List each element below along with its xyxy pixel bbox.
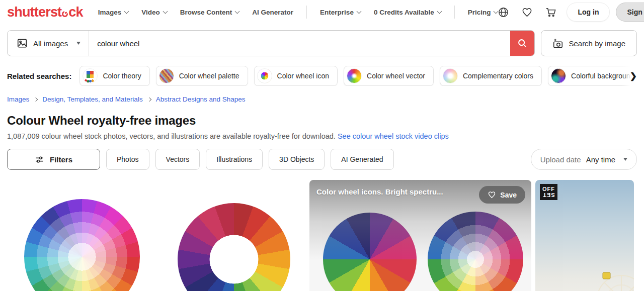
color-wheel-image (24, 199, 140, 291)
filter-chip-3d-objects[interactable]: 3D Objects (269, 149, 325, 170)
nav-item-images[interactable]: Images (98, 9, 129, 16)
color-wheel-donut-image (178, 203, 290, 291)
search-results-grid: Color wheel icons. Bright spectru... Sav… (7, 180, 637, 291)
related-chip-color-wheel-vector[interactable]: Color wheel vector (344, 66, 434, 86)
auth-buttons: Log in Sign up (567, 3, 644, 22)
chip-thumbnail (443, 68, 458, 83)
nav-item-label: Pricing (468, 9, 491, 16)
breadcrumb-abstract-designs[interactable]: Abstract Designs and Shapes (156, 95, 246, 103)
search-scope-label: All images (33, 39, 68, 48)
caret-down-icon (76, 42, 80, 45)
related-chip-color-theory[interactable]: Color theory (79, 66, 149, 86)
upload-date-dropdown[interactable]: Upload date Any time (531, 149, 637, 170)
nav-item-label: AI Generator (252, 9, 293, 16)
video-clips-link[interactable]: See colour wheel stock video clips (338, 132, 449, 140)
search-icon (517, 38, 528, 49)
results-count-text: 1,087,009 colour wheel stock photos, vec… (7, 132, 336, 140)
shutterstock-search-page: shutterstck Images Video Browse Content … (0, 0, 644, 291)
save-button-label: Save (500, 191, 517, 199)
filters-button[interactable]: Filters (7, 149, 100, 170)
save-button[interactable]: Save (479, 186, 525, 204)
chip-label: Complementary colors (463, 72, 533, 80)
hover-image-title: Color wheel icons. Bright spectru... (316, 187, 443, 196)
chevron-down-icon (437, 9, 442, 14)
offset-badge-top: OFF (542, 186, 555, 192)
breadcrumb-design-templates[interactable]: Design, Templates, and Materials (42, 95, 142, 103)
related-searches-row: Related searches: Color theory Color whe… (7, 66, 644, 86)
search-by-image-label: Search by image (569, 39, 625, 48)
result-image-color-wheel-donut[interactable] (152, 180, 305, 291)
upload-date-label: Upload date (540, 155, 581, 164)
nav-item-label: Browse Content (180, 9, 232, 16)
signup-button[interactable]: Sign up (616, 3, 644, 22)
chip-thumbnail (159, 68, 174, 83)
chevron-right-icon (147, 98, 151, 102)
nav-item-browse-content[interactable]: Browse Content (180, 9, 239, 16)
chip-thumbnail (257, 68, 272, 83)
top-navigation: shutterstck Images Video Browse Content … (0, 0, 644, 24)
chip-label: Color wheel vector (367, 72, 425, 80)
nav-divider (454, 6, 455, 19)
filter-chip-illustrations[interactable]: Illustrations (206, 149, 263, 170)
nav-item-label: 0 Credits Available (374, 9, 434, 16)
breadcrumb-images[interactable]: Images (7, 95, 29, 103)
chip-thumbnail (83, 68, 98, 83)
chevron-down-icon (235, 9, 240, 14)
nav-item-label: Images (98, 9, 122, 16)
chip-thumbnail (347, 68, 362, 83)
nav-item-ai-generator[interactable]: AI Generator (252, 9, 293, 16)
search-box: All images (7, 30, 535, 56)
chevron-down-icon (163, 9, 168, 14)
globe-icon[interactable] (498, 7, 509, 18)
chevron-right-icon (34, 98, 38, 102)
search-scope-selector[interactable]: All images (8, 31, 89, 56)
heart-icon[interactable] (521, 7, 533, 18)
cart-icon[interactable] (545, 7, 556, 18)
related-chip-complementary-colors[interactable]: Complementary colors (440, 66, 542, 86)
nav-item-video[interactable]: Video (141, 9, 167, 16)
search-row: All images Search by image (7, 30, 637, 56)
nav-icon-group (498, 7, 556, 18)
caret-down-icon (623, 158, 627, 161)
nav-menu: Images Video Browse Content AI Generator… (98, 6, 498, 19)
nav-item-pricing[interactable]: Pricing (468, 9, 498, 16)
logo-text-right: ck (68, 5, 83, 20)
shutterstock-logo[interactable]: shutterstck (7, 5, 83, 20)
search-button[interactable] (510, 31, 534, 56)
nav-item-credits[interactable]: 0 Credits Available (374, 9, 441, 16)
related-scroll-next-button[interactable]: ❯ (622, 66, 644, 86)
search-input[interactable] (89, 31, 510, 56)
filter-chip-photos[interactable]: Photos (106, 149, 149, 170)
chip-thumbnail (551, 68, 566, 83)
related-searches-label: Related searches: (7, 72, 71, 80)
login-button[interactable]: Log in (567, 3, 610, 22)
nav-item-label: Enterprise (320, 9, 354, 16)
chip-label: Color wheel palette (179, 72, 239, 80)
search-by-image-button[interactable]: Search by image (541, 30, 637, 56)
camera-plus-icon (552, 38, 564, 49)
nav-item-label: Video (141, 9, 160, 16)
shutter-o-icon (62, 11, 68, 17)
chevron-down-icon (356, 9, 361, 14)
filter-chip-ai-generated[interactable]: AI Generated (331, 149, 393, 170)
heart-icon (488, 190, 496, 199)
result-image-color-wheel-icons-hovered[interactable]: Color wheel icons. Bright spectru... Sav… (309, 180, 531, 291)
logo-text-left: shutterst (7, 5, 61, 20)
chip-label: Color theory (103, 72, 141, 80)
chevron-down-icon (124, 9, 129, 14)
related-chip-color-wheel-icon[interactable]: Color wheel icon (254, 66, 338, 86)
result-image-ferris-wheel-offset[interactable]: OFF SET (535, 180, 634, 291)
chevron-right-icon: ❯ (630, 71, 637, 81)
nav-item-enterprise[interactable]: Enterprise (320, 9, 361, 16)
result-image-color-wheel-rings[interactable] (7, 180, 148, 291)
ferris-wheel-image (584, 259, 634, 291)
nav-divider (306, 6, 307, 19)
offset-collection-badge: OFF SET (540, 184, 557, 200)
filters-button-label: Filters (50, 155, 72, 164)
sliders-icon (35, 155, 44, 164)
upload-date-value: Any time (586, 155, 615, 164)
page-title: Colour Wheel royalty-free images (7, 114, 637, 128)
chip-label: Color wheel icon (277, 72, 330, 80)
related-chip-color-wheel-palette[interactable]: Color wheel palette (156, 66, 248, 86)
filter-chip-vectors[interactable]: Vectors (155, 149, 200, 170)
